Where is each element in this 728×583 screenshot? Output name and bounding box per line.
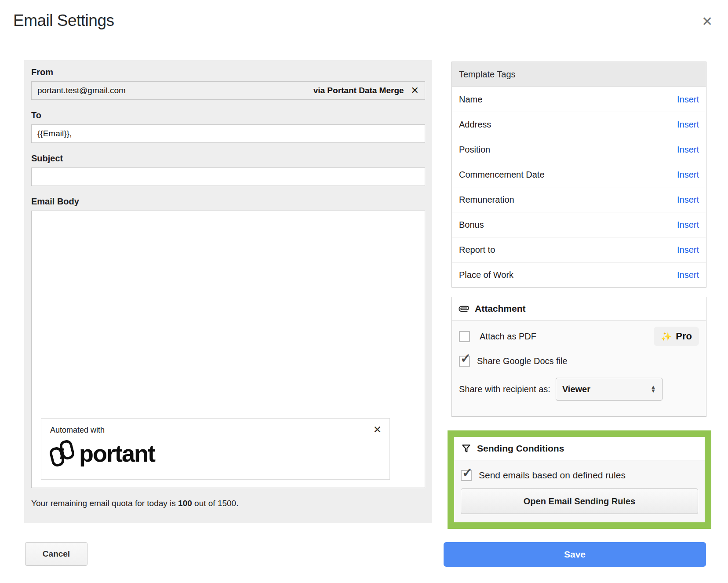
template-tag-row: Commencement DateInsert — [452, 162, 706, 187]
portant-logo: portant — [49, 439, 155, 468]
page-title: Email Settings — [13, 11, 114, 30]
insert-tag-link[interactable]: Insert — [677, 245, 699, 255]
template-tag-label: Commencement Date — [459, 170, 545, 180]
attachment-panel: Attachment Attach as PDF ✨ Pro ✓ Share G… — [451, 297, 706, 417]
subject-label: Subject — [31, 153, 425, 164]
template-tag-row: NameInsert — [452, 87, 706, 112]
to-label: To — [31, 110, 425, 121]
from-value: portant.test@gmail.com — [37, 86, 126, 95]
template-tags-rows: NameInsertAddressInsertPositionInsertCom… — [452, 87, 706, 287]
share-docs-label: Share Google Docs file — [477, 356, 568, 366]
filter-funnel-icon — [461, 444, 471, 454]
template-tag-row: RemunerationInsert — [452, 187, 706, 212]
save-button[interactable]: Save — [444, 542, 706, 567]
checkmark-icon: ✓ — [460, 352, 471, 365]
compose-panel: From portant.test@gmail.com via Portant … — [24, 60, 432, 523]
insert-tag-link[interactable]: Insert — [677, 95, 699, 105]
share-with-label: Share with recipient as: — [459, 384, 550, 394]
from-label: From — [31, 67, 425, 78]
template-tag-label: Remuneration — [459, 195, 514, 205]
template-tag-row: Place of WorkInsert — [452, 262, 706, 287]
template-tag-row: AddressInsert — [452, 112, 706, 137]
template-tag-label: Report to — [459, 245, 495, 255]
branding-card: Automated with ✕ portant — [41, 418, 390, 480]
share-role-value: Viewer — [562, 384, 590, 394]
template-tag-label: Address — [459, 120, 491, 130]
sending-conditions-header: Sending Conditions — [454, 437, 705, 460]
send-rules-label: Send emails based on defined rules — [479, 470, 626, 481]
template-tag-row: Report toInsert — [452, 237, 706, 262]
portant-loop-icon — [49, 439, 75, 468]
email-body-editor[interactable]: Automated with ✕ portant — [31, 211, 425, 488]
sparkles-icon: ✨ — [661, 331, 672, 342]
open-sending-rules-button[interactable]: Open Email Sending Rules — [461, 488, 698, 514]
email-body-label: Email Body — [31, 197, 425, 207]
portant-wordmark: portant — [79, 441, 155, 465]
to-value: {{Email}}, — [37, 129, 72, 138]
share-role-select[interactable]: Viewer ▲ ▼ — [556, 378, 662, 401]
paperclip-icon — [457, 302, 471, 316]
template-tag-label: Bonus — [459, 220, 484, 230]
quota-text: Your remaining email quota for today is … — [31, 499, 425, 508]
remove-alias-icon[interactable]: ✕ — [411, 85, 419, 96]
close-icon[interactable]: ✕ — [702, 15, 713, 28]
insert-tag-link[interactable]: Insert — [677, 270, 699, 280]
template-tags-header: Template Tags — [452, 62, 706, 87]
to-field[interactable]: {{Email}}, — [31, 124, 425, 143]
template-tag-label: Name — [459, 95, 482, 105]
share-docs-checkbox[interactable]: ✓ — [459, 356, 470, 367]
template-tag-row: PositionInsert — [452, 137, 706, 162]
sending-conditions-panel: Sending Conditions ✓ Send emails based o… — [454, 437, 705, 522]
attach-as-pdf-checkbox[interactable] — [459, 331, 470, 342]
insert-tag-link[interactable]: Insert — [677, 195, 699, 205]
quota-value: 100 — [178, 499, 192, 508]
insert-tag-link[interactable]: Insert — [677, 120, 699, 130]
insert-tag-link[interactable]: Insert — [677, 220, 699, 230]
select-spinner-icon: ▲ ▼ — [651, 385, 656, 393]
via-alias-label: via Portant Data Merge — [313, 86, 404, 95]
pro-badge: ✨ Pro — [654, 327, 699, 346]
attachment-header: Attachment — [452, 297, 706, 321]
cancel-button[interactable]: Cancel — [25, 542, 87, 566]
remove-branding-icon[interactable]: ✕ — [373, 424, 382, 436]
insert-tag-link[interactable]: Insert — [677, 145, 699, 155]
subject-field[interactable] — [31, 168, 425, 186]
automated-with-label: Automated with — [50, 426, 105, 435]
send-rules-checkbox[interactable]: ✓ — [461, 470, 472, 481]
attach-as-pdf-label: Attach as PDF — [480, 332, 536, 342]
insert-tag-link[interactable]: Insert — [677, 170, 699, 180]
template-tag-label: Place of Work — [459, 270, 513, 280]
template-tag-row: BonusInsert — [452, 212, 706, 237]
template-tags-panel: Template Tags NameInsertAddressInsertPos… — [451, 62, 706, 288]
checkmark-icon: ✓ — [462, 466, 473, 479]
template-tag-label: Position — [459, 145, 490, 155]
from-field[interactable]: portant.test@gmail.com via Portant Data … — [31, 81, 425, 100]
sending-conditions-highlight: Sending Conditions ✓ Send emails based o… — [448, 430, 711, 529]
